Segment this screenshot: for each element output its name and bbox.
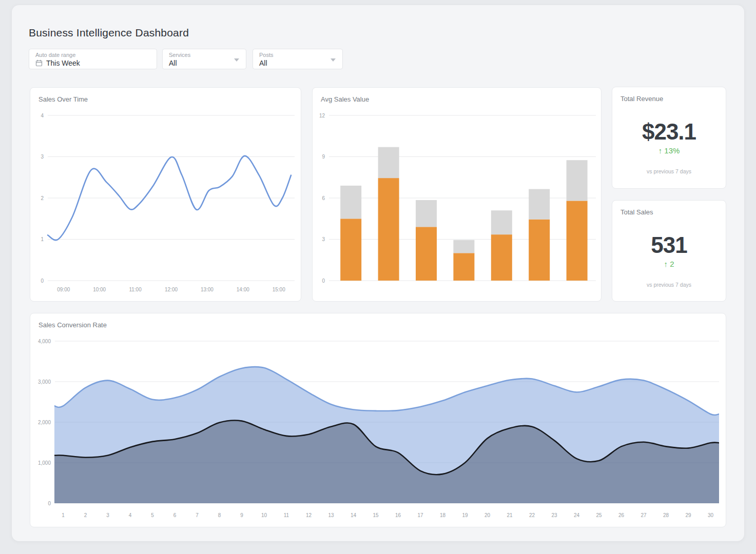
svg-text:30: 30 (708, 512, 714, 518)
svg-text:12: 12 (306, 512, 312, 518)
svg-text:12: 12 (319, 113, 325, 118)
svg-text:4: 4 (41, 113, 44, 118)
svg-text:10: 10 (261, 512, 267, 518)
svg-text:11: 11 (284, 512, 289, 518)
chart-title: Sales Conversion Rate (38, 321, 107, 329)
svg-text:2,000: 2,000 (38, 420, 51, 425)
svg-text:3: 3 (106, 512, 109, 518)
kpi-title: Total Sales (621, 208, 653, 216)
svg-text:6: 6 (173, 512, 177, 518)
sales-conversion-rate-card: Sales Conversion Rate 01,0002,0003,0004,… (30, 313, 726, 527)
chart-title: Avg Sales Value (321, 95, 369, 103)
svg-text:13: 13 (328, 512, 334, 518)
sales-over-time-chart[interactable]: 0123409:0010:0011:0012:0013:0014:0015:00 (34, 108, 298, 298)
date-range-filter[interactable]: Auto date range This Week (29, 49, 157, 69)
svg-text:11:00: 11:00 (129, 287, 142, 292)
svg-text:5: 5 (151, 512, 154, 518)
svg-text:2: 2 (41, 195, 44, 201)
svg-text:22: 22 (529, 512, 535, 518)
total-revenue-card: Total Revenue $23.1 ↑ 13% vs previous 7 … (612, 87, 726, 189)
svg-text:0: 0 (41, 278, 44, 284)
svg-text:24: 24 (574, 512, 580, 518)
page-title: Business Intelligence Dashboard (29, 27, 189, 39)
svg-text:13:00: 13:00 (201, 287, 214, 292)
svg-text:2: 2 (84, 512, 87, 518)
kpi-value: 531 (612, 232, 726, 258)
svg-text:16: 16 (395, 512, 401, 518)
svg-text:15: 15 (373, 512, 379, 518)
svg-text:29: 29 (685, 512, 691, 518)
filter-label: Auto date range (35, 52, 150, 58)
svg-text:20: 20 (484, 512, 491, 518)
svg-text:28: 28 (663, 512, 669, 518)
svg-text:6: 6 (322, 195, 325, 201)
svg-text:0: 0 (322, 278, 325, 284)
svg-text:27: 27 (641, 512, 647, 518)
svg-text:9: 9 (240, 512, 243, 518)
svg-text:4,000: 4,000 (38, 339, 51, 344)
filter-label: Posts (259, 52, 336, 58)
svg-text:14:00: 14:00 (237, 287, 249, 292)
kpi-note: vs previous 7 days (612, 168, 726, 174)
services-filter[interactable]: Services All (162, 49, 246, 69)
svg-text:10:00: 10:00 (93, 287, 106, 292)
sales-over-time-card: Sales Over Time 0123409:0010:0011:0012:0… (30, 87, 301, 302)
posts-filter[interactable]: Posts All (253, 49, 343, 69)
svg-text:4: 4 (129, 512, 132, 518)
chevron-down-icon (234, 58, 239, 62)
svg-text:21: 21 (507, 512, 513, 518)
chart-title: Sales Over Time (38, 95, 88, 103)
svg-text:25: 25 (596, 512, 602, 518)
svg-text:17: 17 (417, 512, 423, 518)
svg-text:15:00: 15:00 (273, 287, 285, 292)
svg-text:3: 3 (41, 154, 44, 160)
kpi-delta: ↑ 13% (612, 146, 726, 155)
avg-sales-value-chart[interactable]: 036912 (317, 108, 598, 298)
svg-text:1: 1 (41, 236, 44, 242)
date-range-value: This Week (46, 59, 80, 67)
kpi-value: $23.1 (612, 119, 726, 145)
svg-text:19: 19 (462, 512, 468, 518)
svg-text:3,000: 3,000 (38, 379, 51, 385)
kpi-note: vs previous 7 days (612, 282, 726, 288)
filter-label: Services (169, 52, 240, 58)
svg-text:0: 0 (48, 501, 51, 506)
services-value: All (169, 59, 177, 67)
svg-text:09:00: 09:00 (57, 287, 70, 292)
svg-text:23: 23 (551, 512, 557, 518)
svg-text:26: 26 (618, 512, 625, 518)
chevron-down-icon (331, 58, 336, 62)
svg-text:18: 18 (440, 512, 446, 518)
svg-text:3: 3 (322, 236, 325, 242)
posts-value: All (259, 59, 267, 67)
svg-text:1: 1 (62, 512, 65, 518)
svg-text:12:00: 12:00 (165, 287, 178, 292)
svg-text:1,000: 1,000 (38, 460, 51, 466)
svg-text:14: 14 (351, 512, 357, 518)
avg-sales-value-card: Avg Sales Value 036912 (312, 87, 602, 302)
svg-text:8: 8 (218, 512, 221, 518)
svg-text:9: 9 (322, 154, 325, 160)
total-sales-card: Total Sales 531 ↑ 2 vs previous 7 days (612, 200, 726, 302)
sales-conversion-rate-chart[interactable]: 01,0002,0003,0004,0001234567891011121314… (34, 334, 723, 524)
page-container: Business Intelligence Dashboard Auto dat… (12, 5, 744, 541)
svg-text:7: 7 (196, 512, 199, 518)
kpi-title: Total Revenue (621, 95, 663, 103)
kpi-delta: ↑ 2 (612, 260, 726, 268)
calendar-icon (35, 60, 43, 67)
